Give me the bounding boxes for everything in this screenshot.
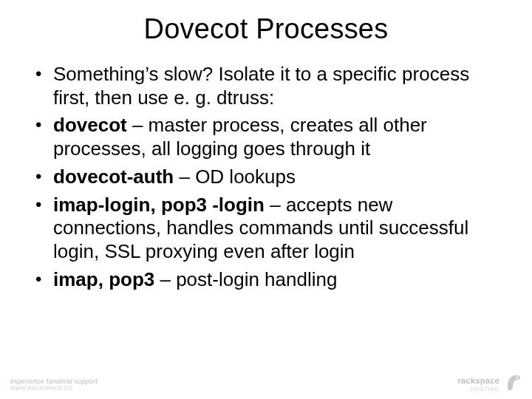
list-item: imap, pop3 – post-login handling	[33, 268, 504, 292]
bullet-bold: imap-login, pop3 -login	[53, 194, 265, 216]
rackspace-icon	[504, 372, 522, 392]
list-item: imap-login, pop3 -login – accepts new co…	[33, 194, 504, 264]
slide-title: Dovecot Processes	[28, 13, 504, 45]
list-item: Something’s slow? Isolate it to a specif…	[33, 63, 504, 109]
slide: Dovecot Processes Something’s slow? Isol…	[0, 0, 532, 399]
footer-left-line1: experience fanatical support	[10, 378, 98, 386]
footer-brand: rackspace	[457, 376, 499, 385]
bullet-text: Something’s slow? Isolate it to a specif…	[53, 63, 469, 109]
bullet-text: – OD lookups	[174, 166, 296, 188]
footer-right-logo: rackspace HOSTING	[457, 372, 522, 392]
bullet-bold: dovecot-auth	[53, 166, 174, 188]
bullet-bold: imap, pop3	[53, 268, 154, 290]
footer-left-logo: experience fanatical support WWW.RACKSPA…	[10, 378, 98, 392]
footer-left-line2: WWW.RACKSPACE.CO	[10, 386, 98, 392]
list-item: dovecot – master process, creates all ot…	[33, 114, 504, 160]
footer-right-text: rackspace HOSTING	[457, 373, 499, 392]
footer-sub: HOSTING	[457, 386, 499, 392]
bullet-bold: dovecot	[53, 114, 127, 136]
svg-point-0	[516, 377, 519, 379]
list-item: dovecot-auth – OD lookups	[33, 166, 504, 189]
bullet-list: Something’s slow? Isolate it to a specif…	[28, 63, 504, 291]
bullet-text: – post-login handling	[154, 268, 337, 290]
